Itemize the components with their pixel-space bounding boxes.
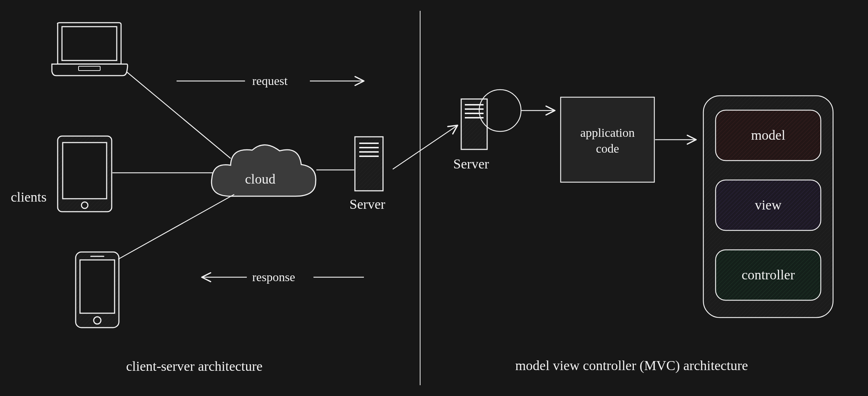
- request-arrow: request: [177, 74, 364, 87]
- server-label-right: Server: [453, 156, 489, 171]
- svg-rect-11: [63, 143, 107, 199]
- svg-rect-31: [561, 97, 654, 182]
- response-label: response: [252, 270, 295, 284]
- svg-rect-14: [80, 260, 115, 313]
- laptop-icon: [52, 23, 128, 76]
- appcode-box: application code: [561, 97, 654, 182]
- phone-icon: [76, 252, 119, 328]
- svg-rect-26: [461, 99, 487, 149]
- link-phone-cloud: [118, 194, 234, 259]
- appcode-label-1: application: [580, 126, 635, 139]
- controller-label: controller: [742, 267, 795, 282]
- svg-rect-17: [355, 137, 383, 191]
- cloud-icon: [212, 145, 316, 196]
- diagram-canvas: clients cloud Server request response cl…: [0, 0, 868, 396]
- request-label: request: [252, 74, 288, 87]
- response-arrow: response: [202, 270, 364, 284]
- tablet-icon: [58, 136, 112, 212]
- server-label-left: Server: [350, 197, 386, 212]
- model-label: model: [751, 127, 785, 143]
- mvc-container: model view controller: [703, 96, 833, 318]
- view-label: view: [755, 197, 782, 212]
- clients-label: clients: [11, 189, 46, 204]
- server-icon-left: [355, 137, 383, 191]
- server-icon-right: [461, 99, 487, 149]
- arrow-in-server: [393, 125, 458, 169]
- cloud-label: cloud: [245, 171, 275, 186]
- left-title: client-server architecture: [126, 359, 263, 374]
- link-laptop-cloud: [127, 72, 231, 158]
- right-title: model view controller (MVC) architecture: [515, 358, 748, 373]
- appcode-label-2: code: [596, 142, 619, 155]
